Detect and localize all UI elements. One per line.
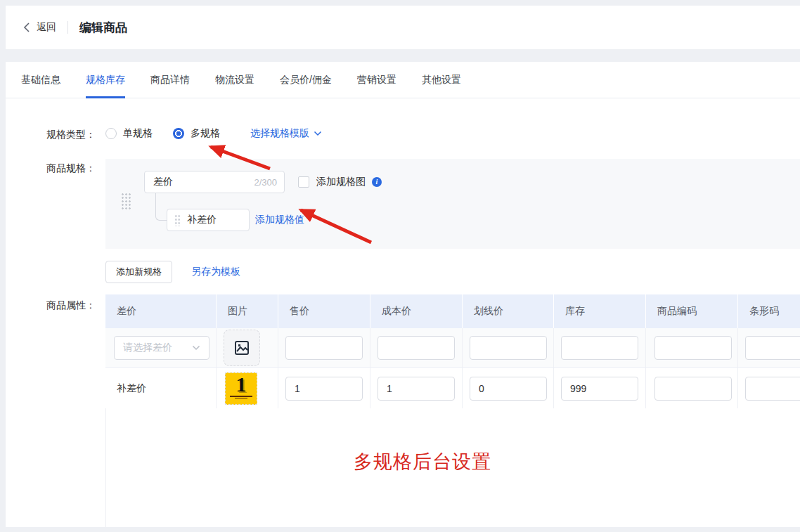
col-header-line-price: 划线价 [463, 294, 554, 328]
choose-spec-template-link[interactable]: 选择规格模版 [250, 127, 322, 140]
chevron-down-icon [314, 131, 322, 136]
tab-other-settings[interactable]: 其他设置 [422, 62, 461, 98]
content-panel: 基础信息 规格库存 商品详情 物流设置 会员价/佣金 营销设置 其他设置 规格类… [6, 62, 800, 527]
back-label[interactable]: 返回 [37, 21, 56, 34]
code-input-new[interactable] [654, 336, 732, 360]
barcode-input-new[interactable] [745, 336, 800, 360]
tree-connector-line [155, 193, 167, 221]
tab-member-price[interactable]: 会员价/佣金 [280, 62, 332, 98]
price-input-new[interactable] [285, 336, 363, 360]
attributes-label: 商品属性： [6, 299, 105, 312]
spec-editor-label: 商品规格： [6, 162, 105, 175]
spec-type-row: 单规格 多规格 选择规格模版 [105, 122, 322, 145]
table-header-row: 差价 图片 售价 成本价 划线价 库存 商品编码 条形码 [105, 294, 800, 328]
thumbnail-caption-bar [230, 396, 252, 397]
line-price-input[interactable] [470, 377, 547, 401]
spec-image-thumbnail[interactable]: 1 [225, 372, 257, 405]
radio-on-icon[interactable] [173, 128, 184, 139]
table-row-new: 请选择差价 [105, 328, 800, 368]
barcode-input[interactable] [745, 377, 800, 401]
price-input[interactable] [285, 377, 363, 401]
choose-spec-template-label: 选择规格模版 [250, 127, 309, 140]
col-header-barcode: 条形码 [738, 294, 800, 328]
radio-single-spec-label: 单规格 [123, 127, 153, 140]
attributes-table: 差价 图片 售价 成本价 划线价 库存 商品编码 条形码 请选择差价 [105, 294, 800, 410]
tab-spec-stock[interactable]: 规格库存 [86, 62, 125, 98]
col-header-code: 商品编码 [646, 294, 738, 328]
radio-multi-spec-label: 多规格 [191, 127, 220, 140]
add-spec-value-link[interactable]: 添加规格值 [255, 214, 304, 226]
col-header-spec: 差价 [105, 294, 217, 328]
line-price-input-new[interactable] [470, 336, 547, 360]
spec-editor-panel: 差价 2/300 添加规格图 i 补差价 添加规格值 [105, 159, 800, 249]
spec-value-text: 补差价 [187, 214, 217, 226]
chevron-down-icon [192, 345, 200, 351]
image-upload-button[interactable] [224, 330, 260, 366]
col-header-image: 图片 [217, 294, 278, 328]
tab-marketing[interactable]: 营销设置 [357, 62, 396, 98]
col-header-stock: 库存 [554, 294, 646, 328]
add-spec-image-label: 添加规格图 [316, 176, 366, 188]
table-row: 补差价 1 [105, 368, 800, 410]
header-divider [67, 21, 68, 34]
drag-handle-small-icon[interactable] [174, 214, 180, 226]
save-as-template-link[interactable]: 另存为模板 [191, 266, 240, 278]
spec-name-input[interactable]: 差价 2/300 [144, 171, 285, 193]
col-header-cost: 成本价 [370, 294, 463, 328]
add-spec-image-checkbox[interactable] [298, 176, 309, 188]
page-title: 编辑商品 [79, 20, 127, 36]
back-button[interactable]: 返回 [23, 21, 56, 34]
drag-handle-icon[interactable] [121, 193, 132, 210]
radio-single-spec[interactable]: 单规格 [105, 127, 153, 140]
cost-input-new[interactable] [378, 336, 455, 360]
top-header-bar: 返回 编辑商品 [6, 6, 800, 49]
cost-input[interactable] [378, 377, 455, 401]
thumbnail-caption-bar [235, 398, 247, 398]
annotation-caption: 多规格后台设置 [354, 449, 491, 474]
row-spec-name: 补差价 [117, 382, 146, 395]
tab-logistics[interactable]: 物流设置 [215, 62, 254, 98]
thumbnail-number: 1 [236, 373, 247, 395]
col-header-price: 售价 [278, 294, 370, 328]
stock-input-new[interactable] [561, 336, 638, 360]
spec-type-label: 规格类型： [6, 129, 105, 141]
tab-product-detail[interactable]: 商品详情 [150, 62, 190, 98]
spec-name-value: 差价 [153, 176, 173, 188]
code-input[interactable] [654, 377, 732, 401]
radio-multi-spec[interactable]: 多规格 [173, 127, 220, 140]
stock-input[interactable] [561, 377, 638, 401]
info-icon[interactable]: i [372, 177, 382, 187]
tab-basic-info[interactable]: 基础信息 [21, 62, 60, 98]
tab-bar: 基础信息 规格库存 商品详情 物流设置 会员价/佣金 营销设置 其他设置 [6, 62, 800, 98]
spec-name-counter: 2/300 [254, 177, 277, 188]
add-new-spec-button[interactable]: 添加新规格 [105, 261, 172, 283]
spec-select[interactable]: 请选择差价 [114, 336, 209, 360]
radio-off-icon[interactable] [105, 128, 117, 139]
add-spec-image-control: 添加规格图 i [298, 176, 382, 188]
spec-value-input[interactable]: 补差价 [167, 209, 250, 231]
picture-icon [234, 340, 250, 356]
chevron-left-icon [23, 22, 30, 32]
spec-select-placeholder: 请选择差价 [123, 342, 172, 354]
spec-buttons-row: 添加新规格 另存为模板 [105, 261, 240, 283]
